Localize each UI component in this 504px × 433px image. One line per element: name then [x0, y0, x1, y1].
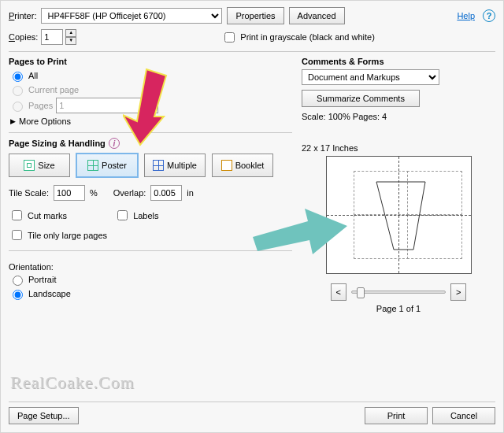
help-icon[interactable]: ?	[483, 9, 495, 22]
cancel-button[interactable]: Cancel	[432, 407, 495, 424]
preview-slider[interactable]	[351, 291, 446, 294]
radio-pages[interactable]: Pages	[9, 98, 292, 113]
divider	[9, 132, 292, 133]
spinner-up-icon[interactable]: ▲	[65, 29, 76, 37]
sizing-segmented: Size Poster Multiple Booklet	[9, 154, 292, 177]
multiple-icon	[153, 160, 164, 171]
copies-label: Copies:	[9, 32, 38, 42]
booklet-button[interactable]: Booklet	[212, 154, 273, 177]
copies-input[interactable]	[41, 29, 63, 45]
scale-info: Scale: 100% Pages: 4	[302, 112, 495, 121]
grayscale-label: Print in grayscale (black and white)	[240, 32, 375, 42]
size-button[interactable]: Size	[9, 154, 70, 177]
info-icon[interactable]: i	[109, 138, 120, 149]
grayscale-box[interactable]	[224, 32, 235, 43]
tile-scale-input[interactable]	[54, 185, 85, 201]
summarize-button[interactable]: Summarize Comments	[302, 90, 420, 107]
divider	[9, 51, 495, 52]
comments-select[interactable]: Document and Markups	[302, 69, 439, 85]
radio-all[interactable]: All	[9, 69, 292, 82]
pager-next-button[interactable]: >	[450, 283, 466, 301]
poster-icon	[87, 160, 98, 171]
pages-input	[56, 98, 158, 113]
orientation-title: Orientation:	[9, 262, 292, 272]
left-column: Pages to Print All Current page Pages ▶ …	[9, 57, 292, 313]
overlap-input[interactable]	[150, 185, 182, 201]
pages-to-print-title: Pages to Print	[9, 57, 292, 66]
printer-select[interactable]: HP4FF58F (HP Officejet 6700)	[41, 8, 222, 24]
comments-title: Comments & Forms	[302, 57, 495, 66]
tile-large-checkbox[interactable]: Tile only large pages	[9, 228, 292, 242]
cut-marks-checkbox[interactable]: Cut marks	[9, 208, 67, 223]
radio-current[interactable]: Current page	[9, 83, 292, 96]
poster-button[interactable]: Poster	[76, 154, 138, 177]
preview-content	[370, 179, 432, 253]
radio-portrait[interactable]: Portrait	[9, 273, 292, 286]
pager-prev-button[interactable]: <	[331, 283, 346, 301]
multiple-button[interactable]: Multiple	[144, 154, 206, 177]
page-setup-button[interactable]: Page Setup...	[9, 407, 79, 424]
grayscale-checkbox[interactable]: Print in grayscale (black and white)	[221, 30, 375, 45]
svg-marker-0	[376, 182, 425, 250]
size-icon	[24, 160, 35, 171]
properties-button[interactable]: Properties	[227, 7, 284, 24]
booklet-icon	[221, 160, 232, 171]
page-indicator: Page 1 of 1	[302, 304, 495, 313]
print-dialog: Printer: HP4FF58F (HP Officejet 6700) Pr…	[0, 0, 504, 433]
tile-scale-row: Tile Scale: % Overlap: in	[9, 185, 292, 201]
more-options[interactable]: ▶ More Options	[10, 117, 292, 126]
divider	[9, 250, 292, 251]
spinner-down-icon[interactable]: ▼	[65, 37, 76, 45]
labels-checkbox[interactable]: Labels	[114, 208, 158, 223]
copies-row: Copies: ▲ ▼ Print in grayscale (black an…	[9, 29, 495, 45]
preview-dims: 22 x 17 Inches	[302, 143, 495, 153]
watermark: RealCoake.Com	[10, 372, 135, 393]
slider-thumb[interactable]	[357, 287, 365, 298]
chevron-right-icon: ▶	[10, 117, 16, 125]
printer-label: Printer:	[9, 11, 36, 20]
dialog-footer: Page Setup... Print Cancel	[9, 402, 495, 424]
page-sizing-title: Page Sizing & Handling i	[9, 138, 292, 149]
help-link[interactable]: Help	[457, 11, 475, 20]
copies-spinner[interactable]: ▲ ▼	[65, 29, 76, 45]
preview-pager: < >	[302, 283, 495, 301]
right-column: Comments & Forms Document and Markups Su…	[302, 57, 495, 313]
orientation-section: Orientation: Portrait Landscape	[9, 262, 292, 300]
print-preview	[326, 156, 472, 274]
printer-row: Printer: HP4FF58F (HP Officejet 6700) Pr…	[9, 7, 495, 24]
radio-landscape[interactable]: Landscape	[9, 287, 292, 300]
advanced-button[interactable]: Advanced	[289, 7, 345, 24]
print-button[interactable]: Print	[365, 407, 428, 424]
